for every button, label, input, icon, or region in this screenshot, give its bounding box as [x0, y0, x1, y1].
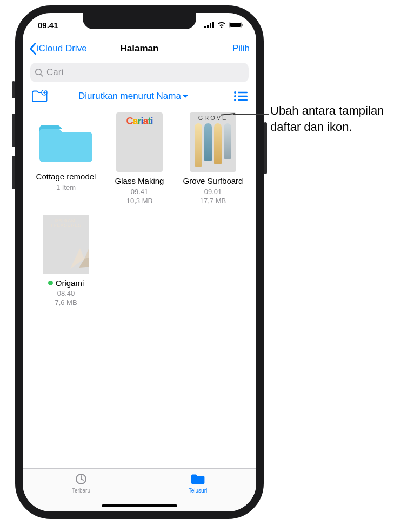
view-toggle-button[interactable]: [233, 91, 248, 102]
screen: 09.41 iCloud Drive Halaman Pilih Cari: [23, 13, 256, 511]
origami-crane-icon: [69, 237, 89, 270]
home-indicator[interactable]: [102, 504, 177, 507]
svg-marker-19: [84, 244, 89, 259]
svg-rect-6: [242, 24, 243, 26]
search-icon: [35, 68, 43, 77]
folder-icon: [36, 119, 96, 168]
svg-rect-2: [210, 23, 211, 28]
doc-thumbnail: GROVE: [190, 112, 236, 172]
svg-rect-1: [207, 25, 209, 28]
callout-text: Ubah antara tampilan daftar dan ikon.: [270, 103, 395, 135]
wifi-icon: [217, 22, 226, 28]
status-icons: [204, 22, 243, 28]
select-button[interactable]: Pilih: [232, 43, 250, 54]
item-name: Origami: [48, 278, 84, 289]
thumb-title: Cariati: [124, 112, 155, 127]
svg-line-8: [41, 74, 43, 76]
toolbar: Diurutkan menurut Nama: [23, 87, 256, 110]
svg-rect-5: [230, 23, 241, 27]
chevron-down-icon: [182, 94, 189, 98]
svg-rect-0: [204, 26, 206, 28]
phone-frame: 09.41 iCloud Drive Halaman Pilih Cari: [15, 5, 264, 519]
doc-thumbnail: ORIGAMI TREASURES: [43, 215, 89, 274]
tab-label: Telusuri: [189, 488, 207, 494]
grid-item-folder[interactable]: Cottage remodel 1 Item: [31, 112, 101, 206]
svg-point-12: [234, 91, 236, 94]
clock-icon: [74, 472, 88, 486]
search-input[interactable]: Cari: [30, 63, 249, 82]
grid-item-doc[interactable]: Cariati Glass Making 09.41 10,3 MB: [105, 112, 174, 206]
callout-leader: [233, 114, 269, 115]
file-grid: Cottage remodel 1 Item Cariati Glass Mak…: [23, 110, 256, 468]
power-button: [264, 122, 267, 174]
svg-rect-13: [238, 92, 248, 94]
svg-point-16: [234, 99, 236, 101]
item-meta: 08.40 7,6 MB: [55, 289, 77, 308]
sort-label: Diurutkan menurut Nama: [78, 91, 181, 102]
item-meta: 09.01 17,7 MB: [200, 188, 226, 206]
list-icon: [233, 91, 248, 102]
item-name-text: Origami: [56, 278, 84, 289]
thumb-title: ORIGAMI TREASURES: [43, 215, 89, 228]
item-name: Grove Surfboard: [183, 176, 243, 187]
svg-rect-3: [212, 22, 214, 28]
navigation-bar: iCloud Drive Halaman Pilih: [23, 37, 256, 61]
status-time: 09.41: [38, 21, 58, 30]
battery-icon: [229, 22, 243, 28]
sort-button[interactable]: Diurutkan menurut Nama: [34, 91, 233, 102]
item-meta: 1 Item: [56, 183, 76, 192]
cellular-icon: [204, 22, 214, 28]
item-name: Cottage remodel: [36, 172, 96, 182]
grid-item-doc[interactable]: ORIGAMI TREASURES Origami 08.40 7,6 MB: [31, 215, 101, 308]
search-wrap: Cari: [23, 61, 256, 87]
back-label: iCloud Drive: [37, 43, 87, 54]
back-button[interactable]: iCloud Drive: [29, 43, 87, 55]
svg-point-14: [234, 95, 236, 97]
item-meta: 09.41 10,3 MB: [126, 188, 152, 206]
collab-badge-icon: [48, 281, 53, 285]
grid-item-doc[interactable]: GROVE Grove Surfboard 09.01 17,7 MB: [178, 112, 248, 206]
tab-label: Terbaru: [72, 488, 90, 494]
svg-rect-15: [238, 96, 248, 97]
notch: [83, 13, 196, 29]
folder-icon: [190, 472, 205, 486]
search-placeholder: Cari: [46, 67, 63, 78]
chevron-left-icon: [29, 43, 37, 55]
svg-rect-17: [238, 99, 248, 101]
item-name: Glass Making: [115, 176, 164, 187]
doc-thumbnail: Cariati: [116, 112, 163, 172]
